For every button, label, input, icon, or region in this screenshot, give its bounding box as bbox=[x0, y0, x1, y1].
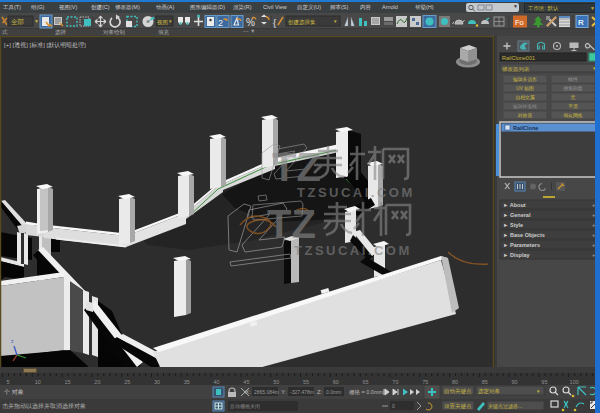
svg-text:5: 5 bbox=[6, 379, 9, 385]
svg-text:▼: ▼ bbox=[536, 389, 540, 394]
svg-text:RailClone: RailClone bbox=[513, 125, 538, 131]
svg-text:X:: X: bbox=[245, 389, 251, 395]
svg-text:修改器列表: 修改器列表 bbox=[502, 66, 530, 72]
svg-text:75: 75 bbox=[422, 379, 428, 385]
svg-text:85: 85 bbox=[482, 379, 488, 385]
svg-text:80: 80 bbox=[452, 379, 458, 385]
svg-text:击并拖动以选择并取消选择对象: 击并拖动以选择并取消选择对象 bbox=[2, 402, 86, 410]
svg-text:65: 65 bbox=[363, 379, 369, 385]
svg-text:Y:: Y: bbox=[281, 389, 287, 395]
svg-text:设置关键点: 设置关键点 bbox=[444, 403, 472, 410]
svg-text:[+] [透视] [标准] [默认明暗处理]: [+] [透视] [标准] [默认明暗处理] bbox=[4, 41, 86, 49]
svg-text:%: % bbox=[246, 17, 255, 28]
svg-text:▼: ▼ bbox=[168, 19, 172, 24]
svg-text:自相交属: 自相交属 bbox=[515, 94, 534, 101]
svg-text:45: 45 bbox=[243, 379, 249, 385]
svg-text:0.0mm: 0.0mm bbox=[326, 389, 341, 395]
svg-text:► Parameters: ► Parameters bbox=[503, 242, 540, 248]
svg-text:55: 55 bbox=[303, 379, 309, 385]
svg-text:创建选择集: 创建选择集 bbox=[288, 19, 316, 26]
svg-text:▼: ▼ bbox=[333, 19, 337, 24]
svg-text:TZSUCAI.COM: TZSUCAI.COM bbox=[294, 243, 412, 258]
svg-text:40: 40 bbox=[214, 379, 220, 385]
svg-text:选定对象: 选定对象 bbox=[478, 388, 501, 395]
svg-text:2: 2 bbox=[218, 18, 223, 28]
svg-text:{: { bbox=[273, 17, 276, 28]
svg-text:90: 90 bbox=[512, 379, 518, 385]
svg-text:全部: 全部 bbox=[11, 18, 24, 26]
svg-text:60: 60 bbox=[333, 379, 339, 385]
svg-text:编辑样条线: 编辑样条线 bbox=[513, 104, 537, 109]
svg-text:TZSUCAI.COM: TZSUCAI.COM bbox=[297, 185, 415, 200]
svg-text:Z:: Z: bbox=[317, 389, 323, 395]
svg-text:平滑: 平滑 bbox=[568, 103, 578, 109]
svg-text:95: 95 bbox=[541, 379, 547, 385]
svg-text:R: R bbox=[578, 18, 584, 27]
svg-text:25: 25 bbox=[124, 379, 130, 385]
svg-text:► About: ► About bbox=[503, 202, 526, 208]
svg-text:倒角剖面: 倒角剖面 bbox=[562, 85, 582, 92]
svg-text:关键点过滤器...: 关键点过滤器... bbox=[488, 403, 522, 410]
svg-text:线性: 线性 bbox=[567, 77, 578, 82]
svg-text:▼: ▼ bbox=[34, 18, 39, 24]
svg-text:10: 10 bbox=[35, 379, 41, 385]
svg-text:Fo: Fo bbox=[515, 18, 524, 27]
svg-text:35: 35 bbox=[184, 379, 190, 385]
svg-text:100: 100 bbox=[570, 379, 579, 385]
svg-text:► General: ► General bbox=[503, 212, 531, 218]
svg-text:► Style: ► Style bbox=[503, 222, 523, 228]
svg-text:TZ: TZ bbox=[267, 202, 316, 246]
svg-text:自动关键点: 自动关键点 bbox=[444, 388, 472, 395]
svg-text:视图: 视图 bbox=[157, 19, 168, 26]
svg-text:30: 30 bbox=[154, 379, 160, 385]
svg-text:50: 50 bbox=[273, 379, 279, 385]
svg-text:2865.084m: 2865.084m bbox=[254, 389, 279, 395]
svg-text:-327.478m: -327.478m bbox=[290, 389, 314, 395]
svg-text:70: 70 bbox=[392, 379, 398, 385]
svg-text:个 对象: 个 对象 bbox=[3, 389, 24, 395]
svg-text:20: 20 bbox=[94, 379, 100, 385]
svg-text:15: 15 bbox=[65, 379, 71, 385]
svg-text:TZ: TZ bbox=[272, 145, 321, 189]
svg-text:RailClone001: RailClone001 bbox=[502, 55, 535, 61]
svg-text:栅格 = 0.0mm: 栅格 = 0.0mm bbox=[349, 389, 383, 396]
svg-text:► Base Objects: ► Base Objects bbox=[503, 232, 545, 238]
svg-text:0: 0 bbox=[392, 403, 395, 409]
svg-text:► Display: ► Display bbox=[503, 252, 530, 258]
svg-text:自动栅格关闭: 自动栅格关闭 bbox=[230, 403, 260, 410]
